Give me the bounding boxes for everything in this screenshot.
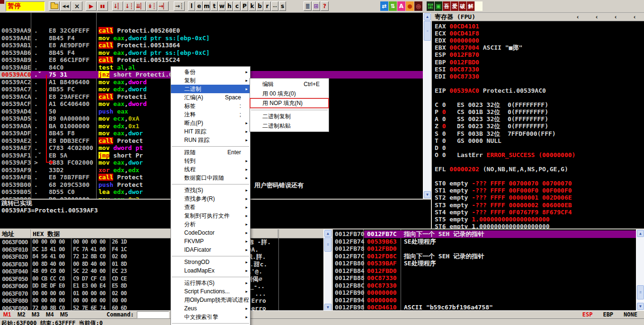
dump-row[interactable]: 0063F010DC 18 41 00FC 7A 41 00F4 1C.\OA. (0, 246, 323, 254)
disasm-row[interactable]: 00539AB1.E8 AE9DFDFFcall Protecti.005138… (0, 42, 423, 49)
context-menu-item[interactable]: 复制到可执行文件▸ (171, 211, 250, 220)
disasm-row[interactable]: 00539AA9.E8 32C6FEFFcall Protecti.005260… (0, 27, 423, 35)
blank-button[interactable] (475, 1, 483, 11)
stack-row[interactable]: 0012FB840012FBD0 (333, 267, 636, 275)
stack-row[interactable]: 0012FB780012FBD0 (333, 245, 636, 253)
stack-row[interactable]: 0012FB7C0012FD8C指向下一个 SEH 记录的指针 (333, 253, 636, 260)
status-tab-m4[interactable]: M4 (43, 311, 57, 318)
stack-row[interactable]: 0012FB8800C87330 (333, 274, 636, 282)
context-menu-item[interactable]: 转到▸ (171, 157, 250, 165)
wuaipojie-po-button[interactable]: 破 (459, 1, 466, 11)
execute-till-return-button[interactable]: →▏ (158, 1, 169, 11)
submenu-item[interactable]: 用 00 填充(0) (250, 89, 329, 98)
view-references-button[interactable]: r (264, 1, 271, 11)
register-row[interactable]: C 0 ES 0023 32位 0(FFFFFFFF) (435, 101, 548, 108)
scroll-up-icon[interactable]: ▲ (637, 230, 644, 237)
collapse-icon[interactable]: ‹ (587, 14, 606, 20)
scroll-up-icon[interactable]: ▲ (424, 13, 431, 20)
wuaipojie-ai-button[interactable]: 爱 (451, 1, 458, 11)
register-row[interactable]: ST2 empty -??? FFFF 00000001 002D006E (435, 194, 572, 201)
register-row[interactable]: S 0 FS 003B 32位 7FFDF000(FFF) (435, 130, 556, 137)
command-input[interactable] (137, 311, 169, 318)
context-menu-item[interactable]: 查看▸ (171, 203, 250, 211)
disasm-row[interactable]: 00539AB6.8B45 F4mov eax,dword ptr ss:[eb… (0, 49, 423, 57)
dump-row[interactable]: 0063F00000 00 00 0000 00 00 0026 1D.■偬 -… (0, 238, 323, 246)
wuaipojie-jie-button[interactable]: 解 (467, 1, 474, 11)
context-menu-item[interactable]: 查找参考(R)▸ (171, 194, 250, 203)
dump-scrollbar[interactable]: ▲ ≡ ▼ (323, 229, 331, 310)
disasm-scrollbar[interactable]: ▲ ≡ ▼ (423, 13, 431, 199)
view-memory-button[interactable]: m (203, 1, 210, 11)
scroll-down-icon[interactable]: ▼ (324, 304, 331, 310)
context-menu-item[interactable]: 用OllyDump脱壳调试进程 (171, 296, 250, 304)
view-handles-button[interactable]: h (226, 1, 233, 11)
dump-pane[interactable]: 地址 HEX 数据 ▲ ≡ ▼ 0063F00000 00 00 0000 00… (0, 228, 331, 310)
context-menu-item[interactable]: 注释; (171, 110, 250, 119)
view-runtrace-button[interactable]: ... (271, 1, 278, 11)
dump-row[interactable]: 0063F060DD DE DF E0E1 E3 00 E4E5 8D羘._-.… (0, 282, 323, 290)
context-menu-item[interactable]: 汇编(A)Space (171, 93, 250, 102)
register-row[interactable]: ST0 empty -??? FFFF 00700070 00700070 (435, 180, 572, 187)
stack-row[interactable]: 0012FB9000000000 (333, 289, 636, 297)
close-window-button[interactable]: × (72, 1, 82, 11)
register-row[interactable]: EBX 00C87004 ASCII "■掷" (435, 44, 522, 51)
dump-row[interactable]: 0063F04048 09 C8 005C 22 40 00EC 23].1'@… (0, 268, 323, 275)
animate-over-button[interactable]: ↡┆ (146, 1, 157, 11)
pause-button[interactable]: ▮▮ (97, 1, 108, 11)
view-threads-button[interactable]: t (211, 1, 218, 11)
context-menu-item[interactable]: 跟随Enter (171, 148, 250, 157)
view-breakpoints-button[interactable]: b (256, 1, 263, 11)
collapse-icon[interactable]: ‹ (625, 14, 644, 20)
log-list-button[interactable]: ≣ (304, 1, 312, 11)
register-row[interactable]: EFL 00000202 (NO,NB,NE,A,NS,PO,GE,G) (435, 166, 568, 173)
plugin-assembler-button[interactable]: A (397, 1, 405, 11)
register-row[interactable]: EAX 00CD4101 (435, 23, 479, 30)
plugin-target-button[interactable]: ◎ (414, 1, 422, 11)
status-tab-m2[interactable]: M2 (14, 311, 28, 318)
dump-row[interactable]: 0063F03000 8D 40 0000 8D 40 0001 8D)羘.甜c… (0, 261, 323, 268)
context-menu-item[interactable]: LoadMapEx▸ (171, 266, 250, 275)
wuaipojie-wu-button[interactable]: 吾 (443, 1, 450, 11)
view-source-button[interactable]: s (279, 1, 286, 11)
stack-row[interactable]: 0012FB8000539BAFSE处理程序 (333, 260, 636, 267)
register-row[interactable]: P 0 CS 001B 32位 0(FFFFFFFF) (435, 108, 548, 115)
context-menu-item[interactable]: Zeus▸ (171, 304, 250, 313)
stack-scrollbar[interactable]: ▲ ≡ ▼ (636, 229, 644, 310)
dump-row[interactable]: 0063F09072 00 8B C052 7E 6E 7460 6Dmo er… (0, 305, 323, 311)
plugin-record-button[interactable]: ● (406, 1, 414, 11)
register-row[interactable]: Z 0 DS 0023 32位 0(FFFFFFFF) (435, 123, 548, 130)
view-windows-button[interactable]: w (218, 1, 225, 11)
scroll-down-icon[interactable]: ▼ (637, 303, 644, 310)
context-menu-item[interactable]: 查找(S)▸ (171, 186, 250, 194)
register-row[interactable]: ESP 0012FB70 (435, 51, 479, 58)
context-menu-item[interactable]: 分析▸ (171, 220, 250, 228)
register-row[interactable]: EIP 00539AC0 Protecti.00539AC0 (435, 87, 546, 94)
context-menu-item[interactable]: IDAFicator▸ (171, 246, 250, 254)
plugin-binary-button[interactable]: 010101 (427, 1, 434, 11)
register-row[interactable]: ST1 empty -??? FFFF 00F000F0 00F000F0 (435, 187, 572, 194)
view-callstack-button[interactable]: k (249, 1, 256, 11)
view-executables-button[interactable]: e (196, 1, 203, 11)
scroll-thumb[interactable]: ≡ (424, 21, 431, 41)
register-row[interactable]: ECX 00CD41F8 (435, 30, 479, 37)
registers-pane[interactable]: 寄存器 (FPU) ‹ ‹ ‹ ‹ EAX 00CD4101ECX 00CD41… (431, 13, 644, 228)
scroll-up-icon[interactable]: ▲ (324, 230, 331, 237)
context-menu-item[interactable]: FKVMP▸ (171, 237, 250, 246)
register-row[interactable]: ESI 00C87330 (435, 66, 479, 73)
context-menu-item[interactable]: 线程▸ (171, 165, 250, 174)
stack-row[interactable]: 0012FB7400539B63SE处理程序 (333, 238, 636, 246)
context-menu-item[interactable]: CodeDoctor▸ (171, 228, 250, 237)
dump-row[interactable]: 0063F02084 56 41 0072 12 8B C002 00乁娥.羘. (0, 253, 323, 261)
go-to-address-button[interactable]: →┊ (174, 1, 185, 11)
plugin-updown-button[interactable]: ⇅ (389, 1, 397, 11)
help-button[interactable]: ? (321, 1, 329, 11)
stack-pane[interactable]: ▲ ≡ ▼ 0012FB700012FB7C指向下一个 SEH 记录的指针001… (331, 228, 644, 310)
context-menu-item[interactable]: StrongOD▸ (171, 258, 250, 266)
submenu-item[interactable]: 用 NOP 填充(N) (250, 98, 329, 108)
disasm-row[interactable]: 00539AB9.E8 66C1FDFFcall Protecti.00515C… (0, 56, 423, 64)
submenu-item[interactable]: 编辑Ctrl+E (250, 79, 329, 89)
stack-row[interactable]: 0012FB9800CD4610ASCII "b59c67bf196a4758" (333, 304, 636, 310)
collapse-icon[interactable]: ‹ (606, 14, 625, 20)
context-menu-item[interactable]: 复制▸ (171, 76, 250, 85)
view-cpu-button[interactable]: c (233, 1, 241, 11)
